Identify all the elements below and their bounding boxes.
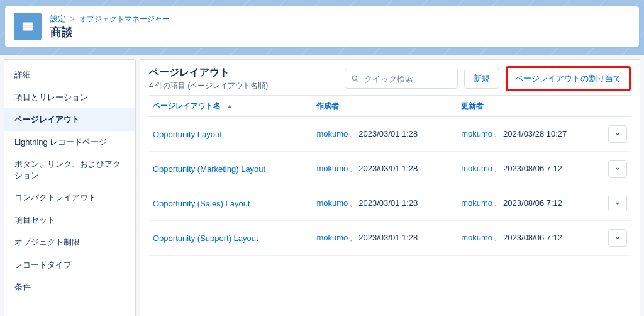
list-subtitle: 4 件の項目 (ページレイアウト名順) <box>149 81 268 91</box>
user-date-separator: 、 <box>349 129 357 138</box>
layout-name-link[interactable]: Opportunity (Support) Layout <box>153 234 258 243</box>
breadcrumb-object-manager[interactable]: オブジェクトマネージャー <box>79 14 170 23</box>
user-date-separator: 、 <box>494 233 502 242</box>
updater-date: 2024/03/28 10:27 <box>503 129 567 138</box>
sidebar: 詳細 項目とリレーション ページレイアウト Lightning レコードページ … <box>4 59 136 316</box>
table-row: Opportunity (Marketing) Layoutmokumo、202… <box>149 152 631 186</box>
user-date-separator: 、 <box>349 198 357 208</box>
layout-name-link[interactable]: Opportunity (Marketing) Layout <box>153 164 265 174</box>
updater-user-link[interactable]: mokumo <box>461 198 492 208</box>
page-layout-assignment-button[interactable]: ページレイアウトの割り当て <box>506 66 631 91</box>
user-date-separator: 、 <box>494 198 502 208</box>
sidebar-item-conditions[interactable]: 条件 <box>4 276 135 298</box>
page-title: 商談 <box>50 26 170 40</box>
sidebar-item-compact-layouts[interactable]: コンパクトレイアウト <box>4 186 135 209</box>
updater-date: 2023/08/06 7:12 <box>503 164 562 173</box>
breadcrumb-setup[interactable]: 設定 <box>50 14 65 23</box>
sidebar-item-lightning-pages[interactable]: Lightning レコードページ <box>4 131 135 154</box>
sidebar-item-object-limits[interactable]: オブジェクト制限 <box>4 231 135 254</box>
row-actions-menu[interactable] <box>608 125 627 143</box>
chevron-down-icon <box>614 235 621 241</box>
creator-date: 2023/03/01 1:28 <box>358 129 418 138</box>
layout-name-link[interactable]: Opportunity (Sales) Layout <box>153 199 250 208</box>
sort-ascending-icon: ▲ <box>226 103 233 110</box>
updater-date: 2023/08/06 7:12 <box>503 233 562 242</box>
user-date-separator: 、 <box>494 129 502 138</box>
row-actions-menu[interactable] <box>608 229 627 247</box>
updater-user-link[interactable]: mokumo <box>461 129 492 138</box>
layout-name-link[interactable]: Opportunity Layout <box>153 130 222 139</box>
breadcrumb-separator: > <box>70 14 74 23</box>
svg-rect-2 <box>23 28 33 31</box>
user-date-separator: 、 <box>494 164 502 173</box>
row-actions-menu[interactable] <box>608 160 627 178</box>
creator-user-link[interactable]: mokumo <box>316 233 348 242</box>
creator-user-link[interactable]: mokumo <box>316 198 348 208</box>
updater-user-link[interactable]: mokumo <box>461 164 492 173</box>
sidebar-item-buttons-links[interactable]: ボタン、リンク、およびアクション <box>4 153 135 186</box>
chevron-down-icon <box>614 131 621 137</box>
creator-user-link[interactable]: mokumo <box>316 164 348 173</box>
sidebar-item-page-layouts[interactable]: ページレイアウト <box>4 108 135 131</box>
col-header-creator[interactable]: 作成者 <box>313 96 457 117</box>
row-actions-menu[interactable] <box>608 195 627 212</box>
object-icon <box>14 13 42 40</box>
table-row: Opportunity Layoutmokumo、2023/03/01 1:28… <box>149 117 631 152</box>
col-header-name[interactable]: ページレイアウト名 ▲ <box>149 96 313 117</box>
svg-rect-1 <box>23 25 33 28</box>
sidebar-item-fields-relations[interactable]: 項目とリレーション <box>4 86 135 109</box>
creator-date: 2023/03/01 1:28 <box>358 164 418 173</box>
col-header-name-label: ページレイアウト名 <box>153 101 221 110</box>
user-date-separator: 、 <box>349 164 357 173</box>
user-date-separator: 、 <box>349 233 357 242</box>
creator-date: 2023/03/01 1:28 <box>358 233 418 242</box>
sidebar-item-record-types[interactable]: レコードタイプ <box>4 254 135 276</box>
col-header-updater[interactable]: 更新者 <box>457 96 602 117</box>
new-button[interactable]: 新規 <box>464 69 499 89</box>
page-layout-table: ページレイアウト名 ▲ 作成者 更新者 Opportunity Layoutmo… <box>149 95 631 256</box>
main-panel: ページレイアウト 4 件の項目 (ページレイアウト名順) 新規 ページレイアウト… <box>140 59 640 316</box>
creator-date: 2023/03/01 1:28 <box>358 198 418 208</box>
sidebar-item-details[interactable]: 詳細 <box>4 64 135 86</box>
page-header: 設定 > オブジェクトマネージャー 商談 <box>5 6 639 47</box>
chevron-down-icon <box>614 166 621 172</box>
table-row: Opportunity (Sales) Layoutmokumo、2023/03… <box>149 186 631 221</box>
updater-user-link[interactable]: mokumo <box>461 233 492 242</box>
table-row: Opportunity (Support) Layoutmokumo、2023/… <box>149 221 631 256</box>
list-title: ページレイアウト <box>149 66 268 79</box>
breadcrumb: 設定 > オブジェクトマネージャー <box>50 14 170 25</box>
sidebar-item-field-sets[interactable]: 項目セット <box>4 209 135 232</box>
svg-rect-0 <box>23 23 33 25</box>
chevron-down-icon <box>614 200 621 206</box>
quick-find-input[interactable] <box>345 69 458 89</box>
updater-date: 2023/08/06 7:12 <box>503 198 562 208</box>
creator-user-link[interactable]: mokumo <box>316 129 348 138</box>
